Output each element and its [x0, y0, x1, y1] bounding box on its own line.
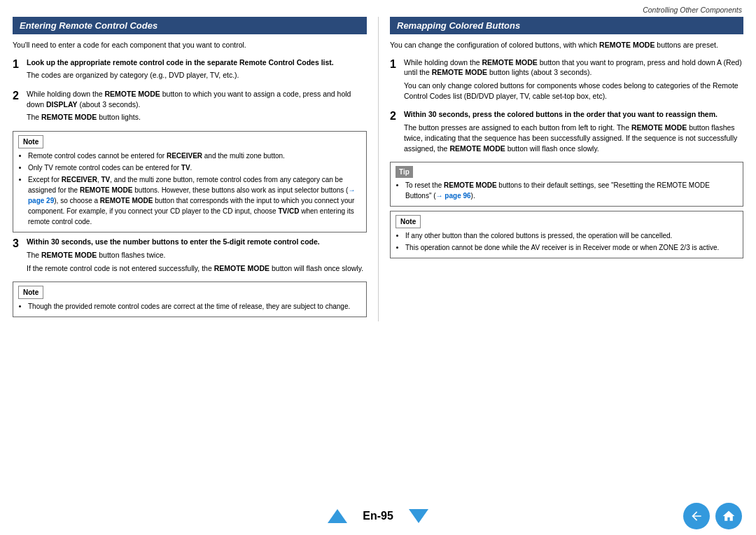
right-step-1-body: You can only change colored buttons for …: [404, 81, 743, 101]
home-button[interactable]: [715, 503, 742, 529]
breadcrumb: Controlling Other Components: [643, 6, 742, 14]
step-1: 1 Look up the appropriate remote control…: [13, 57, 367, 83]
step-3-body1: The REMOTE MODE button flashes twice.: [27, 250, 367, 260]
note-list-right: If any other button than the colored but…: [396, 230, 738, 253]
note-label-1: Note: [18, 135, 43, 148]
tip-box: Tip To reset the REMOTE MODE buttons to …: [390, 162, 743, 207]
step-3-body2: If the remote control code is not entere…: [27, 263, 367, 274]
footer-nav: En-95: [328, 509, 428, 523]
right-step-2-body: The button presses are assigned to each …: [404, 123, 743, 153]
right-intro: You can change the configuration of colo…: [390, 40, 743, 50]
next-page-button[interactable]: [409, 509, 428, 523]
tip-list: To reset the REMOTE MODE buttons to thei…: [396, 180, 738, 201]
step-1-number: 1: [13, 57, 22, 83]
page-header: Controlling Other Components: [0, 0, 756, 17]
right-step-2-number: 2: [390, 109, 400, 156]
left-intro: You'll need to enter a code for each com…: [13, 40, 367, 50]
note-box-2: Note Though the provided remote control …: [13, 282, 367, 317]
note-item-3: Except for RECEIVER, TV, and the multi z…: [28, 174, 361, 227]
tip-label: Tip: [396, 166, 413, 178]
note-list-1: Remote control codes cannot be entered f…: [18, 151, 361, 227]
left-section-title: Entering Remote Control Codes: [13, 17, 367, 34]
step-3: 3 Within 30 seconds, use the number butt…: [13, 237, 367, 276]
back-arrow-icon: [690, 509, 704, 523]
right-step-1-heading: While holding down the REMOTE MODE butto…: [404, 57, 743, 78]
right-step-1-number: 1: [390, 57, 400, 104]
left-column: Entering Remote Control Codes You'll nee…: [13, 17, 378, 321]
step-2-body: The REMOTE MODE button lights.: [27, 112, 367, 123]
footer: En-95: [0, 497, 756, 535]
note-label-2: Note: [18, 286, 43, 299]
right-section-title: Remapping Colored Buttons: [390, 17, 743, 34]
page-number: En-95: [363, 510, 393, 522]
home-icon: [722, 509, 736, 523]
step-2-number: 2: [13, 89, 22, 125]
note-label-right: Note: [396, 215, 421, 228]
note-item-2: Only TV remote control codes can be ente…: [28, 162, 361, 173]
right-step-2: 2 Within 30 seconds, press the colored b…: [390, 109, 743, 156]
step-3-heading: Within 30 seconds, use the number button…: [27, 237, 367, 247]
note-list-2: Though the provided remote control codes…: [18, 301, 361, 312]
right-step-1: 1 While holding down the REMOTE MODE but…: [390, 57, 743, 104]
note-item-4: Though the provided remote control codes…: [28, 301, 361, 312]
back-button[interactable]: [683, 503, 710, 529]
footer-icons: [683, 503, 742, 529]
prev-page-button[interactable]: [328, 509, 347, 523]
step-3-number: 3: [13, 237, 22, 276]
step-2-heading: While holding down the REMOTE MODE butto…: [27, 89, 367, 109]
step-2: 2 While holding down the REMOTE MODE but…: [13, 89, 367, 125]
note-box-1: Note Remote control codes cannot be ente…: [13, 131, 367, 232]
right-note-item-2: This operation cannot be done while the …: [405, 242, 738, 253]
note-box-right: Note If any other button than the colore…: [390, 211, 743, 258]
tip-item-1: To reset the REMOTE MODE buttons to thei…: [405, 180, 738, 201]
right-column: Remapping Colored Buttons You can change…: [378, 17, 743, 321]
note-item-1: Remote control codes cannot be entered f…: [28, 151, 361, 161]
step-1-heading: Look up the appropriate remote control c…: [27, 58, 334, 67]
right-note-item-1: If any other button than the colored but…: [405, 230, 738, 241]
right-step-2-heading: Within 30 seconds, press the colored but…: [404, 109, 743, 120]
step-1-body: The codes are organized by category (e.g…: [27, 70, 367, 81]
